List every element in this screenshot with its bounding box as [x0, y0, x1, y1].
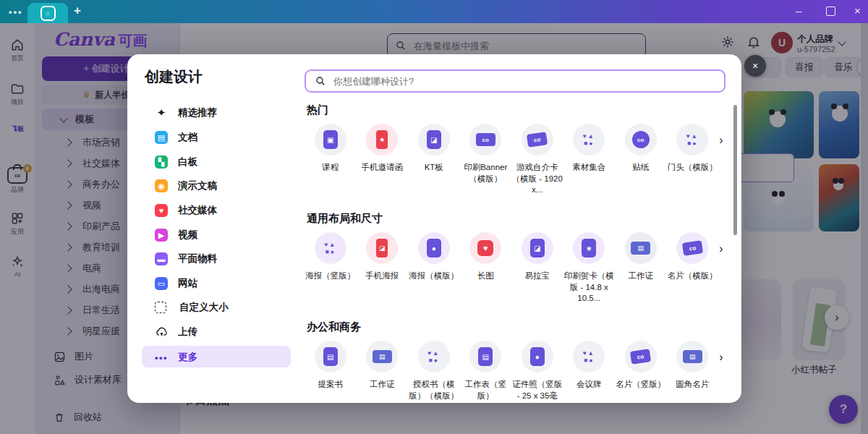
tile-poster-landscape[interactable]: ● 海报（横版）	[408, 232, 460, 305]
tile-conference-sign[interactable]: ♥▲■● 会议牌	[563, 341, 616, 403]
tile-bubble: ◪	[366, 232, 398, 264]
tile-roll-up-banner[interactable]: ◪ 易拉宝	[511, 232, 563, 305]
tile-bubble: co	[522, 124, 553, 156]
office-row-next-arrow[interactable]: ›	[713, 349, 729, 365]
tile-label: 印刷Banner（横版）	[460, 162, 512, 184]
home-tab-icon: ⌂	[41, 6, 56, 21]
tile-kt-board[interactable]: ◪ KT板	[408, 124, 460, 196]
tile-business-card-portrait[interactable]: co 名片（竖版）	[615, 341, 667, 403]
modal-menu-docs[interactable]: ▤ 文档	[142, 128, 294, 147]
image-doc-icon: ◪	[427, 130, 441, 149]
tile-game-card[interactable]: co 游戏自介卡（横版 - 1920 x...	[511, 124, 563, 196]
more-dots-icon: •••	[155, 352, 168, 363]
modal-menu-print-materials[interactable]: ▬ 平面物料	[142, 250, 294, 268]
shapes-icon: ♥▲■●	[323, 241, 339, 255]
window-minimize-button[interactable]: –	[796, 4, 801, 17]
general-row-next-arrow[interactable]: ›	[713, 241, 729, 257]
presentation-icon: ◉	[155, 179, 168, 192]
shapes-icon: ♥▲■●	[426, 349, 442, 364]
tile-course[interactable]: ▣ 课程	[305, 124, 357, 196]
modal-menu-custom-size[interactable]: 自定义大小	[142, 298, 294, 317]
tile-bubble: co	[469, 124, 501, 156]
printer-icon: ▬	[155, 252, 168, 265]
section-title-office: 办公和商务	[307, 320, 361, 334]
tiles-row-office: ▤ 提案书 ▤ 工作证 ♥▲■● 授权书（横版）（横版） ▤ 工作表（竖版） ●…	[305, 341, 718, 403]
modal-menu-whiteboard[interactable]: ▚ 白板	[142, 153, 294, 171]
tile-bubble: ●	[418, 232, 450, 264]
menu-label: 上传	[178, 326, 197, 339]
phone-icon: ★	[376, 130, 388, 149]
id-badge-icon: ▤	[373, 350, 392, 363]
tile-bubble: co	[676, 232, 708, 264]
modal-menu-upload[interactable]: 上传	[142, 323, 294, 341]
tile-id-photo[interactable]: ● 证件照（竖版 - 25 x 35毫米）	[511, 341, 563, 403]
tile-print-banner[interactable]: co 印刷Banner（横版）	[460, 124, 512, 196]
modal-search-input[interactable]	[332, 75, 682, 88]
tile-bubble: ♥▲■●	[573, 124, 605, 156]
tile-poster-portrait[interactable]: ♥▲■● 海报（竖版）	[305, 232, 357, 305]
new-tab-button[interactable]: +	[74, 4, 81, 18]
tile-label: 会议牌	[576, 379, 602, 391]
tile-label: 门头（横版）	[668, 162, 718, 174]
tile-label: 易拉宝	[525, 271, 550, 282]
modal-search[interactable]	[305, 69, 726, 93]
tile-rounded-business-card[interactable]: ▤ 圆角名片	[667, 341, 719, 403]
menu-label: 自定义大小	[179, 301, 229, 314]
sticker-icon: co	[632, 131, 650, 148]
tile-proposal[interactable]: ▤ 提案书	[305, 341, 357, 403]
tile-label: 圆角名片	[676, 379, 709, 391]
hot-row-next-arrow[interactable]: ›	[713, 132, 729, 148]
tile-label: 名片（横版）	[668, 271, 718, 282]
upload-cloud-icon	[155, 326, 168, 339]
menu-label: 更多	[178, 351, 197, 364]
tile-label: 游戏自介卡（横版 - 1920 x...	[511, 162, 563, 196]
modal-menu-presentation[interactable]: ◉ 演示文稿	[142, 176, 294, 195]
window-close-button[interactable]: ×	[854, 4, 861, 17]
tile-worksheet[interactable]: ▤ 工作表（竖版）	[460, 341, 512, 403]
tile-long-image[interactable]: ♥ 长图	[460, 232, 512, 305]
poster-icon: ●	[427, 239, 441, 258]
modal-menu-featured[interactable]: ✦ 精选推荐	[142, 103, 294, 122]
tile-authorization-letter[interactable]: ♥▲■● 授权书（横版）（横版）	[408, 341, 460, 403]
tile-bubble: co	[625, 124, 657, 156]
tile-bubble: ♥▲■●	[418, 341, 450, 373]
menu-label: 网站	[178, 277, 197, 290]
tile-label: 手机邀请函	[362, 162, 404, 174]
id-badge-icon: ▤	[631, 242, 650, 255]
tile-asset-collection[interactable]: ♥▲■● 素材集合	[563, 124, 616, 196]
modal-menu-social[interactable]: ♥ 社交媒体	[142, 201, 294, 220]
browser-menu-icon[interactable]: •••	[9, 7, 23, 17]
tile-work-badge-2[interactable]: ▤ 工作证	[357, 341, 409, 403]
tile-greeting-card[interactable]: ★ 印刷贺卡（横版 - 14.8 x 10.5...	[563, 232, 616, 305]
modal-menu-more[interactable]: ••• 更多	[142, 348, 294, 367]
tile-work-badge[interactable]: ▤ 工作证	[615, 232, 667, 305]
tile-bubble: ★	[573, 232, 605, 264]
tile-label: 提案书	[318, 379, 344, 391]
tile-bubble: ●	[522, 341, 553, 373]
menu-label: 平面物料	[178, 252, 217, 265]
tiles-row-general: ♥▲■● 海报（竖版） ◪ 手机海报 ● 海报（横版） ♥ 长图 ◪ 易拉宝 ★…	[305, 232, 718, 305]
tile-phone-invitation[interactable]: ★ 手机邀请函	[357, 124, 409, 196]
modal-scrollbar-thumb[interactable]	[733, 105, 737, 235]
tile-business-card-landscape[interactable]: co 名片（横版）	[667, 232, 719, 305]
id-photo-icon: ●	[530, 347, 545, 366]
tile-sticker[interactable]: co 贴纸	[615, 124, 667, 196]
tile-label: 海报（横版）	[409, 271, 459, 282]
tile-bubble: ▣	[315, 124, 346, 156]
tile-bubble: ▤	[625, 232, 657, 264]
browser-tab-active[interactable]: ⌂	[27, 3, 68, 23]
video-icon: ▶	[155, 229, 168, 242]
shapes-icon: ♥▲■●	[581, 132, 597, 147]
modal-close-button[interactable]: ×	[744, 55, 766, 77]
tile-storefront[interactable]: ♥▲■● 门头（横版）	[667, 124, 719, 196]
heart-icon: ♥	[477, 240, 493, 256]
tile-label: 授权书（横版）（横版）	[408, 379, 460, 401]
tile-phone-poster[interactable]: ◪ 手机海报	[357, 232, 409, 305]
tiles-row-hot: ▣ 课程 ★ 手机邀请函 ◪ KT板 co 印刷Banner（横版） co 游戏…	[305, 124, 718, 196]
tile-bubble: ★	[366, 124, 398, 156]
window-maximize-button[interactable]	[826, 7, 835, 16]
modal-menu-website[interactable]: ▭ 网站	[142, 274, 294, 293]
document-icon: ▤	[478, 347, 493, 366]
menu-label: 视频	[178, 229, 197, 242]
modal-menu-video[interactable]: ▶ 视频	[142, 226, 294, 244]
